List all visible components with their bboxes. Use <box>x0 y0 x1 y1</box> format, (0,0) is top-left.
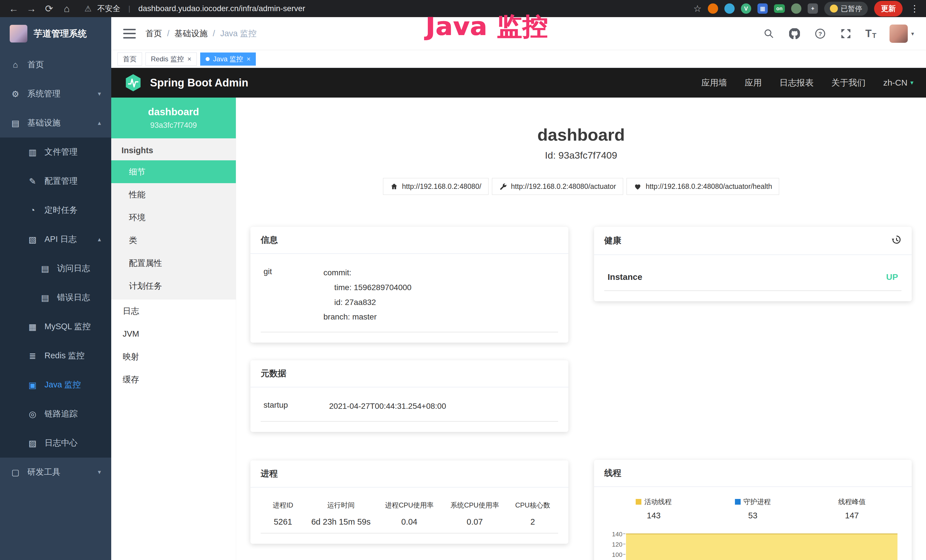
forward-icon[interactable]: → <box>24 3 39 14</box>
sidebar-item-devtools[interactable]: ▢ 研发工具 ▾ <box>0 458 111 487</box>
sidebar-submenu-apilog: ▤ 访问日志 ▤ 错误日志 <box>0 254 111 312</box>
sba-menu-scheduled[interactable]: 计划任务 <box>111 274 236 297</box>
sba-insights-group: Insights 细节 性能 环境 类 配置属性 计划任务 <box>111 138 236 300</box>
help-icon[interactable]: ? <box>814 27 826 40</box>
chevron-down-icon: ▾ <box>98 90 101 98</box>
tab-close-icon[interactable]: × <box>247 55 250 63</box>
back-icon[interactable]: ← <box>6 3 21 14</box>
security-label[interactable]: 不安全 <box>97 3 120 14</box>
sba-menu-jvm[interactable]: JVM <box>111 322 236 345</box>
chrome-update-button[interactable]: 更新 <box>874 1 903 17</box>
sba-menu-configprops[interactable]: 配置属性 <box>111 251 236 274</box>
collapse-sidebar-icon[interactable] <box>123 29 136 38</box>
legend-live-threads: 活动线程 143 <box>604 497 704 520</box>
history-icon[interactable] <box>891 234 902 247</box>
sidebar-item-label: 首页 <box>27 59 44 70</box>
address-url[interactable]: dashboard.yudao.iocoder.cn/infra/admin-s… <box>138 4 305 13</box>
sba-menu-classes[interactable]: 类 <box>111 229 236 251</box>
refresh-icon[interactable]: ⟳ <box>42 3 56 14</box>
logo-image <box>10 25 27 42</box>
sidebar-item-errorlog[interactable]: ▤ 错误日志 <box>0 283 111 312</box>
bookmark-star-icon[interactable]: ☆ <box>693 3 702 14</box>
sba-nav-journal[interactable]: 日志报表 <box>779 77 814 89</box>
tab-redis-monitor[interactable]: Redis 监控 × <box>145 53 197 66</box>
sidebar-item-redis[interactable]: ≣ Redis 监控 <box>0 341 111 370</box>
document-icon: ▥ <box>27 147 38 157</box>
browser-home-icon[interactable]: ⌂ <box>59 3 74 14</box>
tab-label: 首页 <box>123 54 136 64</box>
info-value: commit: time: 1596289704000 id: 27aa832 … <box>324 265 412 324</box>
sidebar-item-home[interactable]: ⌂ 首页 <box>0 50 111 79</box>
instance-links: http://192.168.0.2:48080/ http://192.168… <box>250 178 912 195</box>
sba-language-select[interactable]: zh-CN ▾ <box>883 78 914 88</box>
sba-menu-metrics[interactable]: 性能 <box>111 183 236 206</box>
layers-icon: ≣ <box>27 351 38 361</box>
extension-icon-vue[interactable]: V <box>741 3 751 14</box>
threads-chart-y-axis: 140 120 100 <box>604 531 626 560</box>
sidebar-item-java[interactable]: ▣ Java 监控 <box>0 370 111 400</box>
extension-icon-droplet[interactable] <box>724 3 735 14</box>
tab-label: Java 监控 <box>213 54 243 64</box>
breadcrumb-current: Java 监控 <box>220 28 256 39</box>
sidebar-item-job[interactable]: ◔ 定时任务 <box>0 196 111 225</box>
sidebar-item-accesslog[interactable]: ▤ 访问日志 <box>0 254 111 283</box>
sidebar-item-apilog[interactable]: ▧ API 日志 ▴ <box>0 225 111 254</box>
sba-nav-wall[interactable]: 应用墙 <box>701 77 727 89</box>
breadcrumb-home[interactable]: 首页 <box>145 28 162 39</box>
url-separator: | <box>128 4 130 13</box>
sba-menu-caches[interactable]: 缓存 <box>111 368 236 391</box>
link-actuator-url[interactable]: http://192.168.0.2:48080/actuator <box>492 178 623 195</box>
link-service-url[interactable]: http://192.168.0.2:48080/ <box>383 178 489 195</box>
sba-menu-details[interactable]: 细节 <box>111 160 236 183</box>
daemon-threads-value: 53 <box>703 511 802 520</box>
tab-home[interactable]: 首页 <box>118 53 142 66</box>
tab-java-monitor[interactable]: Java 监控 × <box>200 53 256 66</box>
sidebar-item-label: Java 监控 <box>44 379 81 390</box>
sidebar-item-label: 日志中心 <box>44 437 77 449</box>
link-health-url[interactable]: http://192.168.0.2:48080/actuator/health <box>626 178 779 195</box>
sidebar-item-config[interactable]: ✎ 配置管理 <box>0 166 111 196</box>
sidebar-item-label: 错误日志 <box>57 292 90 303</box>
paused-label: 已暂停 <box>841 4 862 14</box>
sba-nav-applications[interactable]: 应用 <box>744 77 762 89</box>
extension-icon-grid[interactable]: ▦ <box>758 3 768 14</box>
instance-title: dashboard <box>250 125 912 145</box>
github-icon[interactable] <box>788 27 801 40</box>
app-logo[interactable]: 芋道管理系统 <box>0 17 111 50</box>
fullscreen-icon[interactable] <box>840 27 852 40</box>
sba-menu-environment[interactable]: 环境 <box>111 206 236 229</box>
sba-logo-icon <box>124 73 142 92</box>
process-col-cpu: 进程CPU使用率 <box>377 498 442 514</box>
search-icon[interactable] <box>763 27 775 40</box>
extension-icon-on-badge[interactable]: on <box>774 4 785 13</box>
health-instance-label: Instance <box>608 272 643 282</box>
screen: ← → ⟳ ⌂ ⚠ 不安全 | dashboard.yudao.iocoder.… <box>0 0 926 560</box>
sba-nav-about[interactable]: 关于我们 <box>831 77 865 89</box>
link-label: http://192.168.0.2:48080/actuator <box>511 182 616 191</box>
user-menu[interactable]: ▾ <box>890 24 914 43</box>
sba-sidebar: dashboard 93a3fc7f7409 Insights 细节 性能 环境… <box>111 98 236 560</box>
edit-icon: ✎ <box>27 176 38 186</box>
font-size-icon[interactable]: TT <box>865 28 876 40</box>
tab-close-icon[interactable]: × <box>188 55 191 63</box>
sidebar-item-file[interactable]: ▥ 文件管理 <box>0 138 111 166</box>
paused-badge[interactable]: 已暂停 <box>824 2 868 16</box>
sba-brand-title: Spring Boot Admin <box>150 77 248 89</box>
sidebar-item-mysql[interactable]: ▦ MySQL 监控 <box>0 312 111 341</box>
sba-menu-mappings[interactable]: 映射 <box>111 345 236 368</box>
sidebar-item-label: 配置管理 <box>44 176 77 187</box>
sba-menu-logs[interactable]: 日志 <box>111 300 236 322</box>
sidebar-item-system[interactable]: ⚙ 系统管理 ▾ <box>0 79 111 108</box>
sba-language-value: zh-CN <box>883 78 908 88</box>
sidebar-item-trace[interactable]: ◎ 链路追踪 <box>0 400 111 428</box>
process-cpu: 0.04 <box>377 514 442 533</box>
browser-menu-icon[interactable]: ⋮ <box>910 3 920 14</box>
extension-icon-puzzle[interactable]: ✦ <box>808 3 818 14</box>
sidebar-item-infra[interactable]: ▤ 基础设施 ▴ <box>0 108 111 138</box>
sba-instance-header[interactable]: dashboard 93a3fc7f7409 <box>111 98 236 138</box>
extension-icon-orange[interactable] <box>708 3 718 14</box>
extension-icon-leaf[interactable] <box>791 3 801 14</box>
breadcrumb-infra[interactable]: 基础设施 <box>174 28 207 39</box>
sidebar-item-logcenter[interactable]: ▨ 日志中心 <box>0 428 111 458</box>
sidebar-item-label: Redis 监控 <box>44 350 85 362</box>
